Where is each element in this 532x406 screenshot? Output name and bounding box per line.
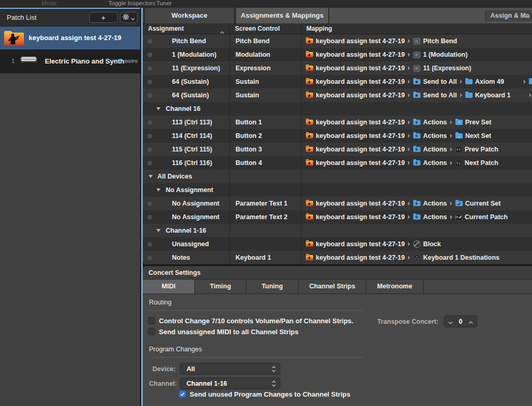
- electric-piano-icon: [20, 55, 38, 70]
- top-toolbar: Mode Toggle Inspectors Tuner: [0, 0, 532, 8]
- assignment-cell: Notes: [143, 251, 230, 264]
- settings-tab-tuning[interactable]: Tuning: [246, 280, 299, 294]
- tab-assignments-mappings[interactable]: Assignments & Mappings: [236, 8, 329, 23]
- concert-folder-icon: [306, 201, 313, 206]
- patch-list-patch-row[interactable]: 1 Electric Piano and Synth B0/P0: [0, 49, 140, 73]
- mapping-segment-label: 1 (Modulation): [423, 51, 467, 58]
- section-divider: [149, 310, 364, 311]
- mapped-indicator-dot: [147, 39, 152, 44]
- concert-folder-icon: [306, 160, 313, 166]
- breadcrumb-arrow-icon: [408, 201, 410, 206]
- table-row[interactable]: NotesKeyboard 1keyboard assign test 4-27…: [143, 251, 532, 264]
- actions-folder-icon: [413, 133, 420, 138]
- channel-popup[interactable]: Channel 1-16: [180, 377, 280, 389]
- table-row[interactable]: 64 (Sustain)Sustainkeyboard assign test …: [143, 75, 532, 88]
- mapping-cell: keyboard assign test 4-27-19Actions↑Prev…: [302, 116, 532, 129]
- table-row[interactable]: Channel 1-16: [143, 224, 532, 237]
- settings-tab-midi[interactable]: MIDI: [143, 280, 195, 294]
- screen-control-label: Sustain: [236, 75, 259, 88]
- screen-control-cell: [230, 183, 302, 197]
- column-header-mapping[interactable]: Mapping: [306, 25, 332, 32]
- mapped-indicator-dot: [147, 147, 152, 152]
- column-divider[interactable]: [229, 23, 230, 34]
- mapping-segment-label: Keyboard 1: [475, 92, 511, 99]
- toggle-inspectors-button[interactable]: Toggle Inspectors: [108, 0, 155, 6]
- concert-folder-icon: [306, 120, 313, 125]
- mapping-cell: keyboard assign test 4-27-19Actions05✓Cu…: [302, 210, 532, 224]
- transpose-concert-label: Transpose Concert:: [377, 318, 438, 325]
- table-row[interactable]: Pitch BendPitch Bendkeyboard assign test…: [143, 34, 532, 48]
- group-label: Channel 1-16: [166, 224, 206, 237]
- mapping-cell: keyboard assign test 4-27-19ActionsCurre…: [302, 197, 532, 210]
- mapping-concert-label: keyboard assign test 4-27-19: [316, 65, 405, 72]
- assignment-label: 113 (Ctrl 113): [172, 116, 212, 129]
- mapping-cell: [302, 224, 532, 237]
- next-set-folder-icon: ↓: [455, 133, 463, 138]
- table-row[interactable]: 11 (Expression)Expressionkeyboard assign…: [143, 61, 532, 75]
- table-row[interactable]: Channel 16: [143, 102, 532, 116]
- table-header: Assignment Screen Control Mapping: [143, 23, 532, 34]
- group-label: Channel 16: [166, 102, 201, 116]
- next-patch-icon: 0↓: [455, 160, 462, 167]
- assignments-table-rows: Pitch BendPitch Bendkeyboard assign test…: [143, 34, 532, 264]
- transpose-concert-stepper[interactable]: 0: [444, 315, 477, 327]
- cc710-checkbox-label[interactable]: Control Change 7/10 controls Volume/Pan …: [159, 317, 353, 325]
- table-row[interactable]: No Assignment: [143, 183, 532, 197]
- block-icon: [413, 240, 420, 248]
- send-unassigned-midi-checkbox[interactable]: [148, 328, 155, 335]
- table-row[interactable]: 64 (Sustain)Sustainkeyboard assign test …: [143, 88, 532, 102]
- table-row[interactable]: All Devices: [143, 170, 532, 183]
- assignments-mappings-panel: Assignment Screen Control Mapping Pitch …: [143, 23, 532, 264]
- concert-folder-icon: [4, 30, 24, 48]
- column-header-assignment[interactable]: Assignment: [148, 25, 184, 32]
- table-row[interactable]: No AssignmentParameter Text 2keyboard as…: [143, 210, 532, 224]
- breadcrumb-arrow-icon: [450, 201, 452, 206]
- disclosure-triangle-icon[interactable]: [156, 188, 160, 192]
- settings-tab-metronome[interactable]: Metronome: [366, 280, 424, 294]
- table-row[interactable]: 114 (Ctrl 114)Button 2keyboard assign te…: [143, 129, 532, 143]
- breadcrumb-arrow-icon: [408, 39, 410, 43]
- mapping-cell: keyboard assign test 4-27-19Block: [302, 237, 532, 251]
- table-row[interactable]: 115 (Ctrl 115)Button 3keyboard assign te…: [143, 143, 532, 156]
- mapping-segment-label: Keyboard 1 Destinations: [423, 254, 500, 261]
- mapping-segment-label: Next Set: [465, 132, 491, 139]
- table-row[interactable]: Unassignedkeyboard assign test 4-27-19Bl…: [143, 237, 532, 251]
- send-unused-pc-checkbox[interactable]: [179, 390, 186, 398]
- add-patch-button[interactable]: +: [89, 12, 118, 23]
- view-tab-bar: Workspace Assignments & Mappings Assign …: [143, 8, 532, 23]
- device-folder-icon: [529, 79, 532, 84]
- stepper-decrement-icon[interactable]: [448, 317, 453, 326]
- table-row[interactable]: No AssignmentParameter Text 1keyboard as…: [143, 197, 532, 210]
- disclosure-triangle-icon[interactable]: [149, 175, 153, 178]
- assign-and-map-button[interactable]: Assign & Ma: [484, 9, 532, 22]
- device-label: Device:: [149, 365, 176, 373]
- stepper-increment-icon[interactable]: [468, 317, 473, 326]
- cc710-checkbox[interactable]: [148, 317, 155, 324]
- settings-tab-channel-strips[interactable]: Channel Strips: [299, 280, 366, 294]
- mapping-cell: keyboard assign test 4-27-19Actions0↓Nex…: [302, 156, 532, 170]
- mapped-indicator-dot: [147, 256, 152, 260]
- disclosure-triangle-icon[interactable]: [156, 229, 160, 232]
- patch-list-concert-row[interactable]: keyboard assign test 4-27-19: [0, 27, 140, 49]
- table-row[interactable]: 116 (Ctrl 116)Button 4keyboard assign te…: [143, 156, 532, 170]
- disclosure-triangle-icon[interactable]: [156, 107, 160, 110]
- breadcrumb-arrow-icon: [450, 134, 452, 138]
- column-divider[interactable]: [301, 23, 302, 34]
- settings-tab-timing[interactable]: Timing: [195, 280, 246, 294]
- patch-name: Electric Piano and Synth: [45, 57, 124, 65]
- table-row[interactable]: 113 (Ctrl 113)Button 1keyboard assign te…: [143, 116, 532, 129]
- breadcrumb-arrow-icon: [450, 215, 452, 219]
- mapping-concert-label: keyboard assign test 4-27-19: [316, 146, 405, 153]
- column-header-screen-control[interactable]: Screen Control: [235, 25, 280, 32]
- device-popup-value: All: [187, 365, 271, 373]
- screen-control-cell: [230, 170, 302, 183]
- mapping-cell: [302, 102, 532, 116]
- tab-workspace[interactable]: Workspace: [144, 8, 234, 23]
- table-row[interactable]: 1 (Modulation)Modulationkeyboard assign …: [143, 48, 532, 61]
- device-popup[interactable]: All: [180, 363, 280, 375]
- mapped-indicator-dot: [147, 161, 152, 166]
- send-unused-pc-checkbox-label[interactable]: Send unused Program Changes to Channel S…: [190, 390, 350, 398]
- send-unassigned-midi-checkbox-label[interactable]: Send unassigned MIDI to all Channel Stri…: [159, 328, 299, 336]
- tuner-button[interactable]: Tuner: [156, 0, 172, 6]
- patch-list-action-menu-button[interactable]: [120, 12, 138, 23]
